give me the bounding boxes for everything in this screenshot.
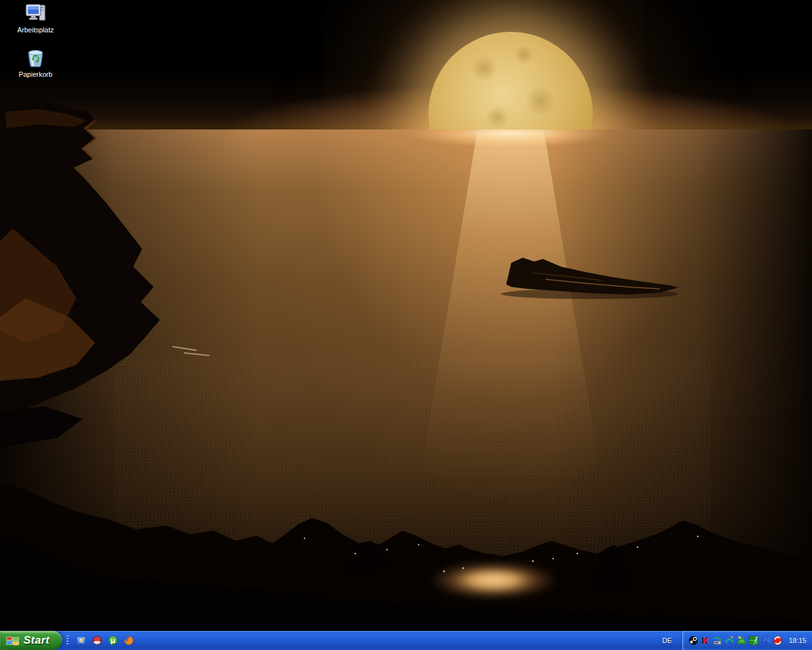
start-label: Start xyxy=(23,634,49,647)
firefox-button[interactable] xyxy=(123,635,134,646)
steam-icon xyxy=(688,635,698,646)
tray-clock[interactable]: 18:15 xyxy=(789,637,806,644)
desktop-icon-label: Papierkorb xyxy=(18,70,52,78)
windows-logo-icon xyxy=(6,634,20,647)
language-label: DE xyxy=(662,637,672,644)
phone-dialer-icon xyxy=(724,635,735,646)
rock-silhouettes xyxy=(0,0,812,631)
system-tray: K K xyxy=(681,631,812,650)
steam-tray-icon[interactable] xyxy=(688,635,698,646)
svg-text:DSL: DSL xyxy=(750,640,756,644)
ppp-dsl-icon: PPP DSL xyxy=(749,635,759,646)
sync-arrows-icon xyxy=(773,635,783,646)
safely-remove-hardware-icon xyxy=(712,635,723,646)
quick-launch-bar: µ xyxy=(72,635,138,646)
start-button[interactable]: Start xyxy=(0,631,62,650)
taskbar: Start xyxy=(0,631,812,650)
ppp-dsl-tray-icon[interactable]: PPP DSL xyxy=(748,635,759,646)
utorrent-icon: µ xyxy=(108,635,118,646)
volume-tray-icon[interactable] xyxy=(760,635,771,646)
desktop-wallpaper: Arbeitsplatz Papierkorb xyxy=(0,0,812,631)
my-computer-icon xyxy=(24,3,47,24)
safely-remove-hardware-tray-icon[interactable] xyxy=(712,635,723,646)
show-desktop-icon xyxy=(76,635,86,646)
phone-dialer-tray-icon[interactable] xyxy=(724,635,735,646)
fritz-dsl-icon xyxy=(737,635,747,646)
kaspersky-icon: K K xyxy=(700,635,710,646)
desktop-icon-papierkorb[interactable]: Papierkorb xyxy=(8,47,63,78)
svg-text:K: K xyxy=(703,635,710,646)
kaspersky-tray-icon[interactable]: K K xyxy=(700,635,710,646)
volume-icon xyxy=(761,635,771,646)
desktop-icon-arbeitsplatz[interactable]: Arbeitsplatz xyxy=(8,3,63,34)
desktop-icon-label: Arbeitsplatz xyxy=(17,26,53,34)
recycle-bin-icon xyxy=(25,47,46,69)
red-browser-icon xyxy=(92,635,102,646)
utorrent-button[interactable]: µ xyxy=(107,635,119,646)
language-indicator[interactable]: DE xyxy=(652,637,681,644)
sync-arrows-tray-icon[interactable] xyxy=(772,635,783,646)
quick-launch-handle[interactable] xyxy=(67,635,69,646)
taskbar-empty-area xyxy=(138,631,652,650)
fritz-dsl-tray-icon[interactable] xyxy=(736,635,747,646)
show-desktop-button[interactable] xyxy=(75,635,87,646)
red-browser-button[interactable] xyxy=(91,635,103,646)
svg-text:µ: µ xyxy=(110,637,115,645)
firefox-icon xyxy=(124,635,134,646)
